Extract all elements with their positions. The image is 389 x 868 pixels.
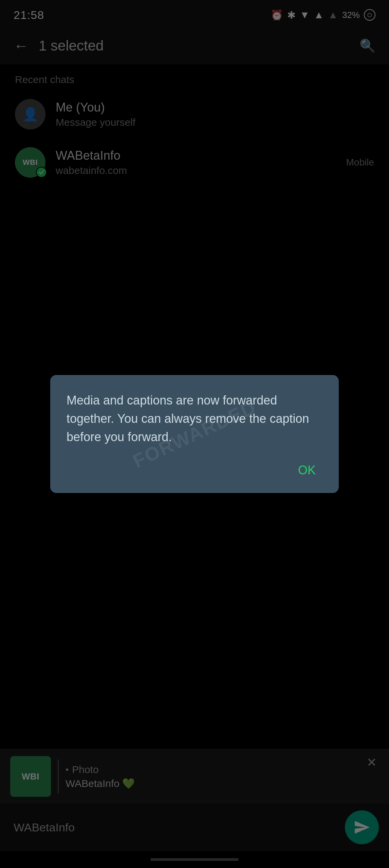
dialog-box: FORWARDED Media and captions are now for… — [50, 375, 339, 493]
dialog-ok-button[interactable]: OK — [291, 460, 322, 481]
dialog-actions: OK — [67, 460, 322, 481]
dialog-overlay: FORWARDED Media and captions are now for… — [0, 0, 389, 868]
dialog-message: Media and captions are now forwarded tog… — [67, 391, 322, 446]
